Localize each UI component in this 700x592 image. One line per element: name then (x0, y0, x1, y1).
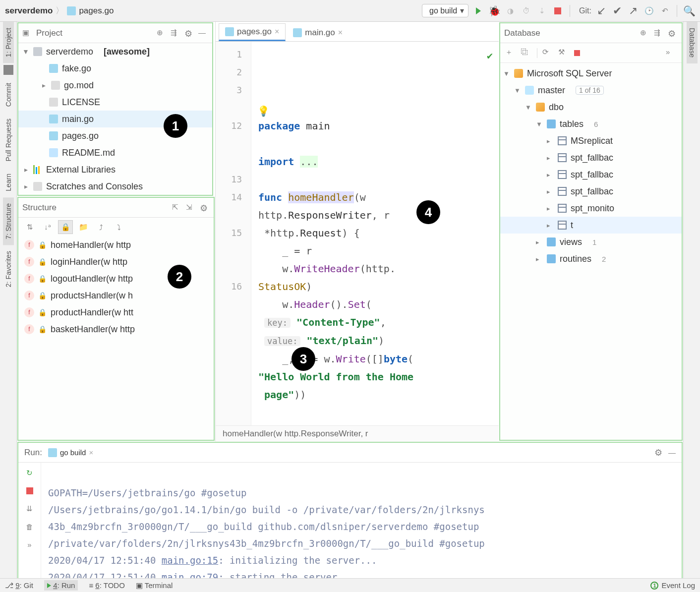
file-item[interactable]: ▸go.mod (18, 77, 212, 94)
database-row[interactable]: ▼master 1 of 16 (500, 82, 682, 99)
table-row[interactable]: ▸spt_fallbac (500, 166, 682, 183)
stripe-git[interactable]: ⎇ 9: 9: GitGit (5, 581, 33, 590)
debug-button[interactable]: 🐞 (488, 5, 500, 17)
close-icon[interactable]: × (338, 28, 343, 37)
run-button[interactable] (472, 5, 484, 17)
stripe-terminal[interactable]: ▣ Terminal (136, 581, 173, 590)
topbar: serverdemo 〉 pages.go go build ▾ 🐞 ◑ ⏱ ⇣… (0, 0, 700, 22)
stripe-commit[interactable]: Commit (3, 77, 14, 113)
console-output[interactable]: GOPATH=/Users/jetbrains/go #gosetup /Use… (41, 463, 682, 592)
stripe-project[interactable]: 1: Project (3, 22, 14, 63)
left-tool-stripe: 1: Project Commit Pull Requests Learn 7:… (0, 22, 17, 578)
breadcrumb-root[interactable]: serverdemo (5, 6, 53, 16)
console-link[interactable]: main.go:15 (162, 555, 218, 566)
stripe-pull-requests[interactable]: Pull Requests (3, 113, 14, 167)
close-icon[interactable]: × (275, 27, 279, 36)
routines-folder[interactable]: ▸routines 2 (500, 250, 682, 267)
stripe-database[interactable]: Database (687, 22, 698, 63)
autoscroll-to-icon[interactable]: ⤴ (94, 220, 109, 234)
bookmark-icon[interactable] (3, 65, 13, 75)
editor-breadcrumb[interactable]: homeHandler(w http.ResponseWriter, r (216, 425, 499, 441)
file-item[interactable]: LICENSE (18, 94, 212, 111)
hide-button[interactable]: — (198, 28, 208, 38)
refresh-icon[interactable]: ⟳ (542, 48, 553, 59)
settings-icon[interactable]: ⚙ (654, 447, 662, 458)
table-icon (558, 187, 567, 196)
git-update-button[interactable]: ↙ (595, 5, 607, 17)
intention-bulb-icon[interactable]: 💡 (257, 102, 270, 120)
search-everywhere-button[interactable]: 🔍 (683, 5, 695, 17)
coverage-button[interactable]: ◑ (504, 5, 516, 17)
more-icon[interactable]: » (666, 48, 677, 59)
structure-item[interactable]: f🔒basketHandler(w http (18, 321, 214, 338)
delete-icon[interactable]: 🗑 (24, 521, 35, 532)
table-icon (558, 204, 567, 213)
collapse-icon[interactable]: ⇶ (654, 28, 664, 38)
settings-button[interactable]: ⚙ (184, 28, 194, 38)
folder-icon (33, 47, 42, 56)
structure-item[interactable]: f🔒productsHandler(w h (18, 287, 214, 304)
event-log[interactable]: 1Event Log (650, 581, 695, 590)
git-rollback-button[interactable]: ↶ (659, 5, 671, 17)
more-icon[interactable]: » (24, 539, 35, 550)
sort-alpha-icon[interactable]: ↓ᵃ (40, 220, 55, 234)
stripe-favorites[interactable]: 2: Favorites (3, 245, 14, 293)
run-config-selector[interactable]: go build ▾ (422, 4, 468, 17)
tables-folder[interactable]: ▼tables 6 (500, 116, 682, 132)
git-history-button[interactable]: 🕑 (643, 5, 655, 17)
inspection-ok-icon[interactable]: ✔ (487, 47, 493, 64)
breadcrumb-file[interactable]: pages.go (79, 6, 114, 16)
locate-icon[interactable]: ⊕ (640, 28, 650, 38)
attach-button[interactable]: ⇣ (536, 5, 548, 17)
folder-icon[interactable]: 📁 (76, 220, 91, 234)
autoscroll-from-icon[interactable]: ⤵ (112, 220, 126, 234)
sync-icon[interactable]: ⚒ (558, 48, 569, 59)
git-push-button[interactable]: ↗ (627, 5, 639, 17)
expand-all-icon[interactable]: ⇱ (172, 203, 182, 213)
file-item[interactable]: README.md (18, 144, 212, 161)
step-icon[interactable]: ⇊ (24, 503, 35, 514)
datasource-row[interactable]: ▼Microsoft SQL Server (500, 65, 682, 82)
rerun-icon[interactable]: ↻ (24, 468, 35, 478)
locate-button[interactable]: ⊕ (157, 28, 167, 38)
collapse-all-icon[interactable]: ⇲ (186, 203, 196, 213)
add-datasource-icon[interactable]: ＋ (505, 48, 516, 59)
stop-button[interactable] (552, 5, 564, 17)
editor-gutter[interactable]: 1 2 3 12 13 14 15 16 (216, 42, 251, 425)
sort-icon[interactable]: ⇅ (22, 220, 37, 234)
stripe-learn[interactable]: Learn (3, 168, 14, 197)
lock-icon[interactable]: 🔒 (58, 220, 73, 234)
go-file-icon (225, 27, 234, 36)
table-row[interactable]: ▸spt_fallbac (500, 183, 682, 200)
stop-icon[interactable] (574, 50, 580, 56)
duplicate-icon[interactable]: ⿻ (521, 48, 532, 59)
table-row[interactable]: ▸spt_monito (500, 200, 682, 217)
folder-icon (547, 119, 556, 128)
external-libraries[interactable]: ▸External Libraries (18, 161, 212, 178)
editor-tab[interactable]: pages.go× (219, 23, 286, 41)
project-root[interactable]: ▼ serverdemo [awesome] (18, 43, 212, 60)
stripe-run[interactable]: 4: Run (44, 580, 78, 591)
settings-icon[interactable]: ⚙ (200, 203, 210, 213)
lock-icon: 🔒 (38, 325, 47, 333)
editor-tab[interactable]: main.go× (287, 24, 349, 41)
table-row[interactable]: ▸MSreplicat (500, 132, 682, 149)
structure-item[interactable]: f🔒homeHandler(w http (18, 237, 214, 253)
views-folder[interactable]: ▸views 1 (500, 234, 682, 250)
file-item[interactable]: fake.go (18, 60, 212, 77)
stop-icon[interactable] (24, 485, 35, 496)
table-row[interactable]: ▸t (500, 217, 682, 234)
stripe-structure[interactable]: 7: Structure (3, 197, 14, 245)
collapse-button[interactable]: ⇶ (171, 28, 180, 38)
hide-icon[interactable]: — (668, 448, 676, 457)
table-row[interactable]: ▸spt_fallbac (500, 149, 682, 166)
profile-button[interactable]: ⏱ (520, 5, 532, 17)
code-area[interactable]: ✔ 💡 package main import ... func homeHan… (251, 42, 499, 425)
schema-row[interactable]: ▼dbo (500, 99, 682, 116)
structure-item[interactable]: f🔒productHandler(w htt (18, 304, 214, 321)
scratches[interactable]: ▸Scratches and Consoles (18, 178, 212, 195)
close-icon[interactable]: × (89, 448, 93, 457)
settings-icon[interactable]: ⚙ (668, 28, 678, 38)
stripe-todo[interactable]: ≡ 6: TODO (89, 581, 124, 590)
git-commit-button[interactable]: ✔ (611, 5, 623, 17)
